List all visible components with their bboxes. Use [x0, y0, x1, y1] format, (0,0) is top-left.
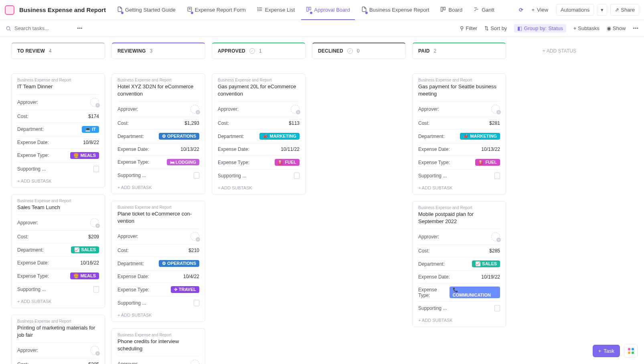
automations-button[interactable]: Automations: [556, 4, 594, 16]
type-label: Expense Type:: [418, 160, 450, 165]
cost-label: Cost:: [418, 120, 429, 126]
department-tag[interactable]: ⚙ OPERATIONS: [159, 133, 199, 140]
task-card[interactable]: Business Expense and ReportGas payment f…: [412, 73, 506, 195]
loading-icon: ⟳: [519, 7, 523, 13]
share-button[interactable]: ⇗Share: [610, 4, 639, 16]
automations-dropdown[interactable]: ▾: [597, 4, 607, 16]
check-icon: ✓: [347, 48, 353, 54]
doc-icon: [117, 6, 123, 12]
task-card[interactable]: Business Expense and ReportIT Team Dinne…: [11, 73, 105, 188]
column-header[interactable]: APPROVED✓1: [212, 43, 306, 59]
department-label: Department:: [17, 247, 44, 253]
add-subtask-button[interactable]: + ADD SUBTASK: [17, 296, 99, 305]
date-value: 10/8/22: [83, 140, 99, 145]
department-label: Department:: [117, 261, 144, 266]
task-card[interactable]: Business Expense and ReportPlane ticket …: [111, 201, 205, 322]
type-tag[interactable]: 📞 COMMUNICATION: [450, 287, 500, 298]
approver-avatar[interactable]: [190, 232, 199, 241]
group-by-button[interactable]: ◧Group by: Status: [514, 24, 566, 33]
department-tag[interactable]: 📈 SALES: [472, 260, 500, 267]
type-tag[interactable]: ⛽ FUEL: [475, 159, 500, 166]
task-card[interactable]: Business Expense and ReportPrinting of m…: [11, 315, 105, 364]
approver-label: Approver:: [17, 100, 38, 105]
column-header[interactable]: REVIEWING3: [111, 43, 205, 59]
svg-point-6: [258, 8, 258, 8]
column-declined: DECLINED✓0: [312, 43, 406, 73]
type-tag[interactable]: 🍔 MEALS: [70, 152, 99, 159]
task-card[interactable]: Business Expense and ReportHotel XYZ 3D2…: [111, 73, 205, 194]
type-tag[interactable]: ⛽ FUEL: [275, 159, 300, 166]
approver-avatar[interactable]: [90, 98, 99, 107]
filter-button[interactable]: ⚲Filter: [460, 25, 477, 31]
department-tag[interactable]: 📈 SALES: [71, 246, 99, 253]
column-header[interactable]: PAID2: [412, 43, 506, 59]
add-subtask-button[interactable]: + ADD SUBTASK: [418, 315, 500, 324]
document-icon[interactable]: [494, 173, 500, 179]
card-breadcrumb: Business Expense and Report: [17, 78, 99, 82]
add-subtask-button[interactable]: + ADD SUBTASK: [418, 182, 500, 192]
document-icon[interactable]: [93, 286, 99, 293]
add-subtask-button[interactable]: + ADD SUBTASK: [218, 182, 300, 192]
type-tag[interactable]: 🍔 MEALS: [70, 272, 99, 279]
department-tag[interactable]: 📣 MARKETING: [460, 133, 500, 140]
type-tag[interactable]: 🛏 LODGING: [167, 159, 199, 165]
tab-business-expense-report[interactable]: Business Expense Report: [356, 3, 434, 16]
column-header[interactable]: TO REVIEW4: [11, 43, 105, 59]
document-icon[interactable]: [294, 173, 300, 179]
toolbar-more-icon[interactable]: •••: [633, 25, 638, 31]
header-right: ⟳ +View Automations ▾ ⇗Share: [519, 4, 639, 16]
document-icon[interactable]: [494, 305, 500, 311]
tab-approval-board[interactable]: Approval Board: [301, 3, 355, 16]
column-header[interactable]: DECLINED✓0: [312, 43, 406, 59]
search-input[interactable]: [14, 25, 71, 31]
add-subtask-button[interactable]: + ADD SUBTASK: [117, 309, 199, 319]
approver-avatar[interactable]: [90, 346, 99, 355]
task-card[interactable]: Business Expense and ReportMobile postpa…: [412, 201, 506, 327]
document-icon[interactable]: [194, 172, 199, 179]
add-view-button[interactable]: +View: [527, 4, 553, 16]
svg-rect-11: [441, 7, 443, 12]
type-tag[interactable]: ✈ TRAVEL: [171, 286, 199, 293]
approver-avatar[interactable]: [291, 105, 300, 114]
department-tag[interactable]: ⚙ OPERATIONS: [159, 260, 199, 267]
document-icon[interactable]: [93, 166, 99, 172]
tab-getting-started-guide[interactable]: Getting Started Guide: [112, 3, 180, 16]
tab-expense-list[interactable]: Expense List: [252, 3, 300, 16]
add-subtask-button[interactable]: + ADD SUBTASK: [17, 175, 99, 185]
new-task-button[interactable]: +Task: [593, 345, 620, 357]
add-subtask-button[interactable]: + ADD SUBTASK: [117, 182, 199, 191]
tab-expense-report-form[interactable]: Expense Report Form: [182, 3, 251, 16]
approver-label: Approver:: [117, 361, 138, 364]
approver-label: Approver:: [418, 234, 439, 240]
tab-board[interactable]: Board: [435, 3, 467, 16]
more-icon[interactable]: •••: [77, 25, 83, 31]
approver-avatar[interactable]: [190, 360, 199, 364]
add-status-button[interactable]: + ADD STATUS: [512, 43, 606, 59]
document-icon[interactable]: [194, 300, 199, 306]
tab-gantt[interactable]: Gantt: [469, 3, 499, 16]
approver-avatar[interactable]: [90, 218, 99, 227]
approver-avatar[interactable]: [491, 105, 500, 114]
task-card[interactable]: Business Expense and ReportPhone credits…: [111, 328, 205, 364]
task-card[interactable]: Business Expense and ReportSales Team Lu…: [11, 194, 105, 309]
show-button[interactable]: ◉Show: [607, 25, 626, 31]
approver-label: Approver:: [117, 234, 138, 239]
column-title: PAID: [418, 48, 430, 54]
subtasks-button[interactable]: ⌖Subtasks: [573, 25, 599, 32]
apps-button[interactable]: [624, 344, 638, 358]
date-label: Expense Date:: [17, 260, 49, 266]
supporting-label: Supporting ...: [117, 173, 146, 178]
approver-avatar[interactable]: [190, 105, 199, 114]
pin-icon: [191, 12, 193, 14]
card-breadcrumb: Business Expense and Report: [218, 78, 300, 82]
department-tag[interactable]: 📣 MARKETING: [259, 133, 300, 140]
date-value: 10/4/22: [183, 274, 199, 279]
card-breadcrumb: Business Expense and Report: [418, 205, 500, 210]
task-card[interactable]: Business Expense and ReportGas payment 2…: [212, 73, 306, 195]
department-tag[interactable]: 💻 IT: [82, 126, 99, 133]
board-icon: [306, 6, 312, 12]
sort-button[interactable]: ⇅Sort by: [484, 25, 507, 31]
approver-avatar[interactable]: [491, 232, 500, 241]
supporting-label: Supporting ...: [218, 173, 246, 179]
sort-icon: ⇅: [484, 25, 489, 31]
